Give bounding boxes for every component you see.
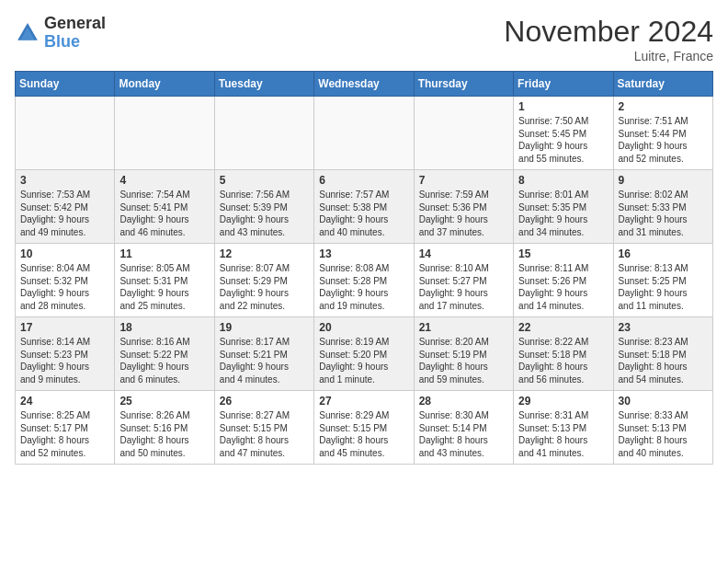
day-number: 21 (419, 321, 508, 334)
calendar-cell: 12Sunrise: 8:07 AM Sunset: 5:29 PM Dayli… (214, 244, 313, 317)
calendar-week-row: 1Sunrise: 7:50 AM Sunset: 5:45 PM Daylig… (16, 97, 713, 170)
cell-details: Sunrise: 8:04 AM Sunset: 5:32 PM Dayligh… (20, 262, 109, 312)
day-number: 1 (518, 100, 608, 113)
day-number: 22 (518, 321, 608, 334)
calendar-cell: 24Sunrise: 8:25 AM Sunset: 5:17 PM Dayli… (16, 391, 115, 465)
day-number: 8 (518, 174, 608, 187)
day-number: 13 (319, 247, 408, 260)
cell-details: Sunrise: 8:25 AM Sunset: 5:17 PM Dayligh… (20, 409, 109, 459)
day-number: 16 (619, 247, 708, 260)
calendar-cell: 28Sunrise: 8:30 AM Sunset: 5:14 PM Dayli… (414, 391, 513, 465)
weekday-header: Friday (514, 72, 613, 97)
calendar-cell: 20Sunrise: 8:19 AM Sunset: 5:20 PM Dayli… (314, 317, 414, 391)
day-number: 29 (518, 395, 608, 408)
calendar-cell: 15Sunrise: 8:11 AM Sunset: 5:26 PM Dayli… (514, 244, 613, 317)
cell-details: Sunrise: 8:31 AM Sunset: 5:13 PM Dayligh… (518, 409, 608, 459)
calendar-cell: 2Sunrise: 7:51 AM Sunset: 5:44 PM Daylig… (613, 97, 712, 170)
calendar-cell: 26Sunrise: 8:27 AM Sunset: 5:15 PM Dayli… (214, 391, 313, 465)
cell-details: Sunrise: 8:02 AM Sunset: 5:33 PM Dayligh… (619, 189, 708, 238)
calendar-cell: 5Sunrise: 7:56 AM Sunset: 5:39 PM Daylig… (214, 170, 313, 244)
calendar-week-row: 10Sunrise: 8:04 AM Sunset: 5:32 PM Dayli… (16, 244, 713, 317)
cell-details: Sunrise: 8:20 AM Sunset: 5:19 PM Dayligh… (419, 336, 508, 385)
calendar-cell: 16Sunrise: 8:13 AM Sunset: 5:25 PM Dayli… (613, 244, 712, 317)
calendar-cell: 30Sunrise: 8:33 AM Sunset: 5:13 PM Dayli… (613, 391, 712, 465)
calendar-cell: 21Sunrise: 8:20 AM Sunset: 5:19 PM Dayli… (414, 317, 513, 391)
calendar-cell: 8Sunrise: 8:01 AM Sunset: 5:35 PM Daylig… (514, 170, 613, 244)
cell-details: Sunrise: 8:22 AM Sunset: 5:18 PM Dayligh… (518, 336, 608, 385)
calendar-cell: 23Sunrise: 8:23 AM Sunset: 5:18 PM Dayli… (613, 317, 712, 391)
weekday-header: Tuesday (214, 72, 313, 97)
day-number: 18 (119, 321, 209, 334)
calendar-cell: 10Sunrise: 8:04 AM Sunset: 5:32 PM Dayli… (16, 244, 115, 317)
location: Luitre, France (504, 49, 713, 63)
cell-details: Sunrise: 8:16 AM Sunset: 5:22 PM Dayligh… (119, 336, 209, 385)
cell-details: Sunrise: 8:14 AM Sunset: 5:23 PM Dayligh… (20, 336, 109, 385)
calendar-cell (115, 97, 214, 170)
weekday-header-row: SundayMondayTuesdayWednesdayThursdayFrid… (16, 72, 713, 97)
logo: General Blue (15, 15, 106, 52)
weekday-header: Saturday (613, 72, 712, 97)
cell-details: Sunrise: 8:19 AM Sunset: 5:20 PM Dayligh… (319, 336, 408, 385)
weekday-header: Wednesday (314, 72, 414, 97)
calendar-week-row: 24Sunrise: 8:25 AM Sunset: 5:17 PM Dayli… (16, 391, 713, 465)
cell-details: Sunrise: 8:29 AM Sunset: 5:15 PM Dayligh… (319, 409, 408, 459)
cell-details: Sunrise: 7:59 AM Sunset: 5:36 PM Dayligh… (419, 189, 508, 238)
cell-details: Sunrise: 7:51 AM Sunset: 5:44 PM Dayligh… (619, 115, 708, 165)
month-title: November 2024 (504, 15, 713, 49)
calendar-cell: 6Sunrise: 7:57 AM Sunset: 5:38 PM Daylig… (314, 170, 414, 244)
calendar-week-row: 3Sunrise: 7:53 AM Sunset: 5:42 PM Daylig… (16, 170, 713, 244)
day-number: 3 (20, 174, 109, 187)
cell-details: Sunrise: 8:27 AM Sunset: 5:15 PM Dayligh… (220, 409, 309, 459)
cell-details: Sunrise: 7:54 AM Sunset: 5:41 PM Dayligh… (119, 189, 209, 238)
cell-details: Sunrise: 7:57 AM Sunset: 5:38 PM Dayligh… (319, 189, 408, 238)
calendar-cell: 9Sunrise: 8:02 AM Sunset: 5:33 PM Daylig… (613, 170, 712, 244)
day-number: 15 (518, 247, 608, 260)
calendar-cell (414, 97, 513, 170)
weekday-header: Thursday (414, 72, 513, 97)
calendar-cell: 13Sunrise: 8:08 AM Sunset: 5:28 PM Dayli… (314, 244, 414, 317)
calendar-cell: 3Sunrise: 7:53 AM Sunset: 5:42 PM Daylig… (16, 170, 115, 244)
cell-details: Sunrise: 8:01 AM Sunset: 5:35 PM Dayligh… (518, 189, 608, 238)
day-number: 2 (619, 100, 708, 113)
day-number: 9 (619, 174, 708, 187)
calendar-week-row: 17Sunrise: 8:14 AM Sunset: 5:23 PM Dayli… (16, 317, 713, 391)
cell-details: Sunrise: 7:56 AM Sunset: 5:39 PM Dayligh… (220, 189, 309, 238)
logo-icon (15, 20, 40, 46)
cell-details: Sunrise: 8:30 AM Sunset: 5:14 PM Dayligh… (419, 409, 508, 459)
calendar-cell: 11Sunrise: 8:05 AM Sunset: 5:31 PM Dayli… (115, 244, 214, 317)
day-number: 23 (619, 321, 708, 334)
cell-details: Sunrise: 8:08 AM Sunset: 5:28 PM Dayligh… (319, 262, 408, 312)
calendar-cell: 29Sunrise: 8:31 AM Sunset: 5:13 PM Dayli… (514, 391, 613, 465)
weekday-header: Monday (115, 72, 214, 97)
title-block: November 2024 Luitre, France (504, 15, 713, 63)
cell-details: Sunrise: 8:26 AM Sunset: 5:16 PM Dayligh… (119, 409, 209, 459)
calendar-cell: 14Sunrise: 8:10 AM Sunset: 5:27 PM Dayli… (414, 244, 513, 317)
calendar-cell: 17Sunrise: 8:14 AM Sunset: 5:23 PM Dayli… (16, 317, 115, 391)
day-number: 20 (319, 321, 408, 334)
day-number: 12 (220, 247, 309, 260)
day-number: 30 (619, 395, 708, 408)
calendar-cell: 19Sunrise: 8:17 AM Sunset: 5:21 PM Dayli… (214, 317, 313, 391)
day-number: 7 (419, 174, 508, 187)
day-number: 17 (20, 321, 109, 334)
logo-text: General Blue (44, 15, 106, 52)
day-number: 27 (319, 395, 408, 408)
calendar-cell (16, 97, 115, 170)
calendar-cell: 22Sunrise: 8:22 AM Sunset: 5:18 PM Dayli… (514, 317, 613, 391)
calendar-cell (314, 97, 414, 170)
calendar-cell: 27Sunrise: 8:29 AM Sunset: 5:15 PM Dayli… (314, 391, 414, 465)
calendar-cell: 1Sunrise: 7:50 AM Sunset: 5:45 PM Daylig… (514, 97, 613, 170)
calendar-cell: 18Sunrise: 8:16 AM Sunset: 5:22 PM Dayli… (115, 317, 214, 391)
calendar-cell (214, 97, 313, 170)
cell-details: Sunrise: 8:10 AM Sunset: 5:27 PM Dayligh… (419, 262, 508, 312)
cell-details: Sunrise: 8:17 AM Sunset: 5:21 PM Dayligh… (220, 336, 309, 385)
cell-details: Sunrise: 8:13 AM Sunset: 5:25 PM Dayligh… (619, 262, 708, 312)
day-number: 26 (220, 395, 309, 408)
day-number: 11 (119, 247, 209, 260)
cell-details: Sunrise: 7:53 AM Sunset: 5:42 PM Dayligh… (20, 189, 109, 238)
calendar-table: SundayMondayTuesdayWednesdayThursdayFrid… (15, 71, 713, 465)
day-number: 25 (119, 395, 209, 408)
day-number: 6 (319, 174, 408, 187)
cell-details: Sunrise: 8:07 AM Sunset: 5:29 PM Dayligh… (220, 262, 309, 312)
day-number: 14 (419, 247, 508, 260)
